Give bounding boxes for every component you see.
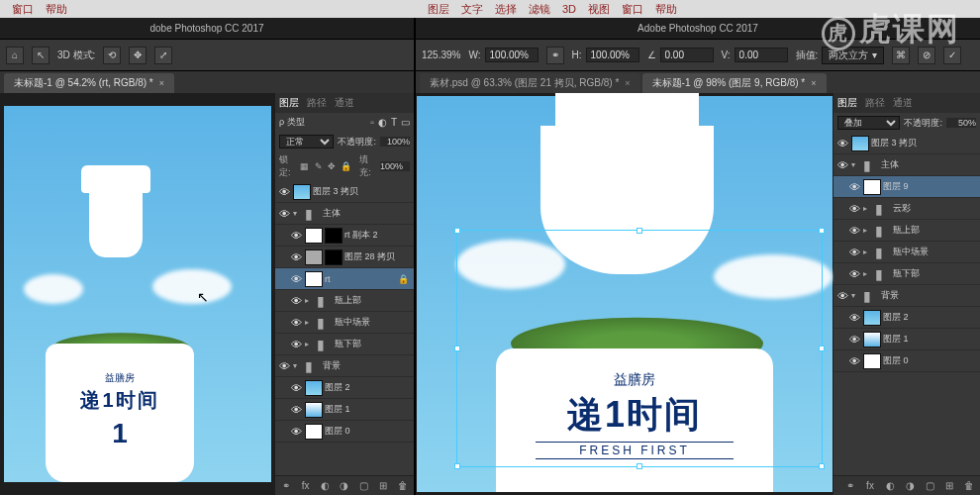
layers-list[interactable]: 👁图层 3 拷贝👁▾▮主体👁rt 副本 2👁图层 28 拷贝👁rt🔒👁▸▮瓶上部…: [275, 181, 414, 475]
layer-row[interactable]: 👁图层 3 拷贝: [275, 181, 414, 203]
disclosure-icon[interactable]: ▸: [305, 296, 315, 305]
layer-name[interactable]: rt 副本 2: [344, 229, 412, 242]
tab-inactive[interactable]: 素材.psd @ 63.3% (图层 21 拷贝, RGB/8) * ×: [420, 73, 640, 93]
interpolation-dropdown[interactable]: 两次立方▾: [822, 47, 884, 64]
mask-icon[interactable]: ◐: [318, 480, 332, 491]
layer-name[interactable]: 图层 1: [883, 333, 978, 346]
transform-handle[interactable]: [454, 228, 460, 234]
filter-icon[interactable]: ◐: [378, 117, 387, 128]
layer-thumbnail[interactable]: [305, 380, 323, 396]
layer-name[interactable]: 图层 9: [883, 180, 978, 193]
link-icon[interactable]: ⚭: [546, 47, 564, 64]
layer-name[interactable]: 瓶中场景: [893, 246, 978, 258]
layer-row[interactable]: 👁▾▮主体: [833, 154, 980, 176]
menu-item[interactable]: 视图: [588, 2, 610, 17]
layer-row[interactable]: 👁▸▮瓶中场景: [275, 312, 414, 334]
fx-icon[interactable]: fx: [299, 480, 313, 491]
layers-list[interactable]: 👁图层 3 拷贝👁▾▮主体👁图层 9👁▸▮云彩👁▸▮瓶上部👁▸▮瓶中场景👁▸▮瓶…: [833, 133, 980, 475]
layer-name[interactable]: 瓶下部: [335, 338, 412, 350]
disclosure-icon[interactable]: ▾: [293, 209, 303, 218]
menu-item[interactable]: 3D: [562, 3, 576, 15]
layer-row[interactable]: 👁▸▮瓶下部: [833, 263, 980, 285]
folder-icon[interactable]: ▢: [357, 480, 371, 491]
disclosure-icon[interactable]: ▾: [293, 361, 303, 370]
layer-name[interactable]: 背景: [323, 359, 412, 372]
layer-row[interactable]: 👁▸▮瓶上部: [833, 220, 980, 242]
layer-row[interactable]: 👁▸▮瓶上部: [275, 290, 414, 312]
fx-icon[interactable]: fx: [863, 480, 877, 491]
layer-name[interactable]: 图层 0: [883, 354, 978, 367]
new-layer-icon[interactable]: ⊞: [377, 480, 391, 491]
visibility-icon[interactable]: 👁: [835, 138, 849, 149]
layer-name[interactable]: 主体: [881, 158, 978, 171]
visibility-icon[interactable]: 👁: [289, 295, 303, 307]
lock-trans-icon[interactable]: ▦: [300, 160, 310, 172]
menu-item[interactable]: 帮助: [655, 2, 677, 17]
layer-name[interactable]: 主体: [323, 207, 412, 220]
menu-item[interactable]: 选择: [495, 2, 517, 17]
canvas-area[interactable]: 益膳房 递1时间 FRESH FIRST: [416, 93, 833, 495]
visibility-icon[interactable]: 👁: [277, 186, 291, 198]
disclosure-icon[interactable]: ▸: [305, 318, 315, 327]
layer-row[interactable]: 👁图层 9: [833, 176, 980, 198]
adjust-icon[interactable]: ◑: [903, 480, 917, 491]
layer-thumbnail[interactable]: [305, 402, 323, 418]
visibility-icon[interactable]: 👁: [289, 251, 303, 263]
lock-all-icon[interactable]: 🔒: [341, 160, 351, 172]
visibility-icon[interactable]: 👁: [289, 382, 303, 394]
transform-handle[interactable]: [637, 228, 642, 234]
layer-row[interactable]: 👁rt🔒: [275, 268, 414, 290]
visibility-icon[interactable]: 👁: [289, 317, 303, 329]
canvas-area[interactable]: 益膳房 递1时间 1 ↖: [0, 93, 275, 495]
new-layer-icon[interactable]: ⊞: [942, 480, 956, 491]
layer-name[interactable]: 图层 2: [325, 381, 412, 394]
layer-name[interactable]: 图层 2: [883, 311, 978, 324]
transform-handle[interactable]: [637, 463, 642, 469]
layer-thumbnail[interactable]: [293, 184, 311, 200]
disclosure-icon[interactable]: ▸: [863, 269, 873, 278]
transform-handle[interactable]: [454, 463, 460, 469]
disclosure-icon[interactable]: ▾: [851, 160, 861, 169]
visibility-icon[interactable]: 👁: [289, 230, 303, 242]
layer-row[interactable]: 👁图层 0: [833, 350, 980, 372]
layer-name[interactable]: 图层 1: [325, 403, 412, 416]
layer-name[interactable]: 瓶中场景: [335, 316, 412, 329]
layer-row[interactable]: 👁图层 1: [833, 329, 980, 350]
menu-item[interactable]: 帮助: [46, 2, 67, 17]
lock-pos-icon[interactable]: ✥: [327, 160, 337, 172]
cancel-icon[interactable]: ⊘: [918, 47, 935, 64]
menu-item[interactable]: 滤镜: [529, 2, 550, 17]
opacity-input[interactable]: [946, 118, 976, 128]
menu-item[interactable]: 图层: [428, 2, 449, 17]
transform-bounding-box[interactable]: [456, 230, 823, 467]
layer-thumbnail[interactable]: [305, 228, 323, 244]
tool-icon[interactable]: ↖: [32, 47, 49, 64]
mask-thumbnail[interactable]: [325, 228, 343, 244]
visibility-icon[interactable]: 👁: [847, 247, 861, 258]
layer-name[interactable]: 瓶上部: [335, 294, 412, 307]
layer-row[interactable]: 👁▸▮云彩: [833, 198, 980, 220]
visibility-icon[interactable]: 👁: [847, 312, 861, 324]
angle-input[interactable]: [660, 48, 714, 62]
transform-handle[interactable]: [454, 346, 460, 351]
disclosure-icon[interactable]: ▸: [863, 204, 873, 213]
filter-icon[interactable]: T: [391, 117, 397, 128]
scale-icon[interactable]: ⤢: [154, 47, 172, 64]
layer-row[interactable]: 👁rt 副本 2: [275, 225, 414, 247]
layer-row[interactable]: 👁图层 2: [833, 307, 980, 329]
visibility-icon[interactable]: 👁: [289, 339, 303, 350]
menu-item[interactable]: 文字: [461, 2, 483, 17]
layer-row[interactable]: 👁图层 3 拷贝: [833, 133, 980, 154]
layer-row[interactable]: 👁▸▮瓶中场景: [833, 242, 980, 263]
link-icon[interactable]: ⚭: [279, 480, 293, 491]
transform-handle[interactable]: [819, 463, 825, 469]
visibility-icon[interactable]: 👁: [277, 208, 291, 220]
layer-row[interactable]: 👁图层 2: [275, 377, 414, 399]
layer-thumbnail[interactable]: [863, 179, 881, 195]
layer-name[interactable]: 瓶下部: [893, 267, 978, 280]
transform-handle[interactable]: [819, 228, 825, 234]
visibility-icon[interactable]: 👁: [847, 203, 861, 215]
disclosure-icon[interactable]: ▸: [305, 340, 315, 348]
menu-item[interactable]: 窗口: [12, 2, 34, 17]
mask-icon[interactable]: ◐: [883, 480, 897, 491]
